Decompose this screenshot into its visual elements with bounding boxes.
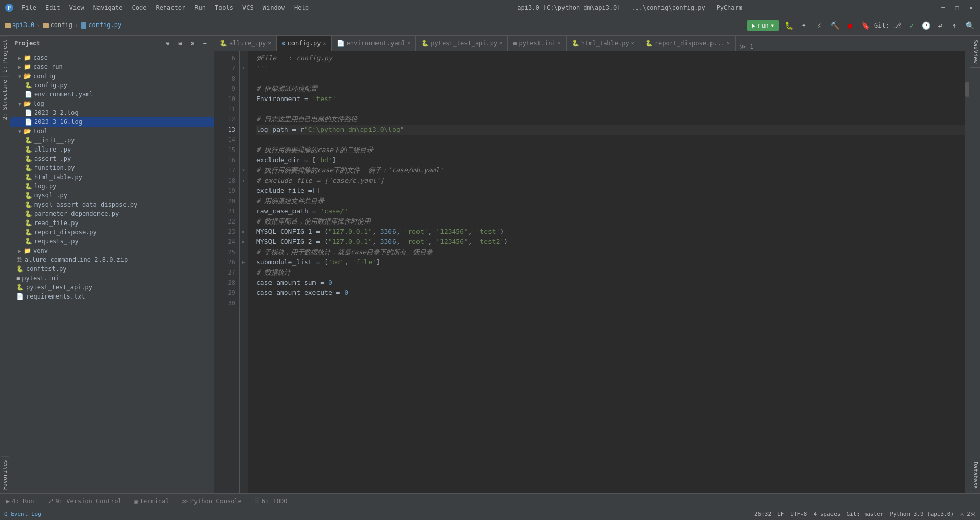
menu-run[interactable]: Run bbox=[190, 3, 210, 12]
maximize-button[interactable]: □ bbox=[952, 4, 962, 11]
gutter-18[interactable]: ▾ bbox=[240, 176, 248, 186]
breadcrumb-file[interactable]: config.py bbox=[80, 21, 121, 29]
tree-item-log-march2[interactable]: 📄 2023-3-2.log bbox=[10, 108, 214, 117]
tree-item-html-table-py[interactable]: 🐍 html_table.py bbox=[10, 172, 214, 182]
tab-allure-py[interactable]: 🐍 allure_.py ✕ bbox=[214, 36, 277, 51]
run-tab[interactable]: ▶ 4: Run bbox=[0, 496, 40, 507]
close-button[interactable]: ✕ bbox=[966, 4, 976, 11]
tree-arrow-config[interactable]: ▼ bbox=[16, 73, 23, 79]
code-content[interactable]: @File : config.py ''' # 框架测试环境配置 Environ… bbox=[248, 51, 965, 493]
menu-refactor[interactable]: Refactor bbox=[152, 3, 189, 12]
git-push-icon[interactable]: ↑ bbox=[948, 19, 961, 32]
gutter-24[interactable]: ▶ bbox=[240, 237, 248, 247]
run-dropdown-icon[interactable]: ▾ bbox=[771, 22, 774, 29]
tree-item-allure-py[interactable]: 🐍 allure_.py bbox=[10, 145, 214, 154]
tree-item-config-py[interactable]: 🐍 config.py bbox=[10, 81, 214, 90]
tree-arrow-case[interactable]: ▶ bbox=[16, 55, 23, 61]
tree-item-pytest-test-api-py[interactable]: 🐍 pytest_test_api.py bbox=[10, 283, 214, 292]
profile-button[interactable]: ⚡ bbox=[813, 19, 825, 32]
git-check-icon[interactable]: ✓ bbox=[905, 19, 918, 32]
tree-item-requirements-txt[interactable]: 📄 requirements.txt bbox=[10, 292, 214, 301]
menu-tools[interactable]: Tools bbox=[211, 3, 237, 12]
debug-button[interactable]: 🐛 bbox=[782, 19, 795, 32]
tab-close-config-py[interactable]: ✕ bbox=[323, 41, 326, 46]
statusbar-line-ending[interactable]: LF bbox=[777, 511, 784, 517]
tab-close-pytest-test-api-py[interactable]: ✕ bbox=[499, 40, 502, 46]
tab-report-dispose-py[interactable]: 🐍 report_dispose.p... ✕ bbox=[640, 36, 736, 51]
statusbar-python[interactable]: Python 3.9 (api3.0) bbox=[890, 511, 954, 517]
tab-overflow-button[interactable]: ≫ 1 bbox=[736, 43, 757, 51]
git-history-icon[interactable]: 🕐 bbox=[920, 19, 932, 32]
tree-item-init-py[interactable]: 🐍 __init__.py bbox=[10, 136, 214, 145]
breadcrumb-project[interactable]: api3.0 bbox=[4, 21, 34, 29]
tab-close-report-dispose-py[interactable]: ✕ bbox=[727, 40, 730, 46]
statusbar-encoding[interactable]: UTF-8 bbox=[790, 511, 807, 517]
terminal-tab[interactable]: ▣ Terminal bbox=[128, 496, 176, 507]
tree-item-requests-py[interactable]: 🐍 requests_.py bbox=[10, 237, 214, 246]
git-revert-icon[interactable]: ↩ bbox=[934, 19, 946, 32]
menu-navigate[interactable]: Navigate bbox=[89, 3, 127, 12]
run-button[interactable]: ▶ run ▾ bbox=[747, 20, 779, 31]
tree-item-param-dep-py[interactable]: 🐍 parameter_dependence.py bbox=[10, 209, 214, 218]
tab-html-table-py[interactable]: 🐍 html_table.py ✕ bbox=[567, 36, 640, 51]
statusbar-line-col[interactable]: 26:32 bbox=[754, 511, 771, 517]
tree-item-read-file-py[interactable]: 🐍 read_file.py bbox=[10, 218, 214, 228]
tree-item-report-dispose-py[interactable]: 🐍 report_dispose.py bbox=[10, 228, 214, 237]
tree-item-venv[interactable]: ▶ 📁 venv bbox=[10, 246, 214, 255]
event-log-link[interactable]: Q Event Log bbox=[4, 511, 41, 517]
tree-add-icon[interactable]: ⊕ bbox=[163, 38, 173, 48]
file-tree-content[interactable]: ▶ 📁 case ▶ 📁 case_run ▼ 📂 config 🐍 bbox=[10, 51, 214, 493]
tab-pytest-ini[interactable]: ≡ pytest.ini ✕ bbox=[508, 36, 567, 51]
menu-file[interactable]: File bbox=[17, 3, 40, 12]
tree-arrow-case-run[interactable]: ▶ bbox=[16, 64, 23, 70]
gutter-26[interactable]: ▶ bbox=[240, 257, 248, 267]
menu-vcs[interactable]: VCS bbox=[238, 3, 258, 12]
tab-close-pytest-ini[interactable]: ✕ bbox=[558, 40, 561, 46]
saxview-tab[interactable]: SaxView bbox=[970, 36, 980, 68]
version-control-tab[interactable]: ⎇ 9: Version Control bbox=[40, 496, 128, 507]
tab-pytest-test-api-py[interactable]: 🐍 pytest_test_api.py ✕ bbox=[416, 36, 508, 51]
tree-item-mysql-assert-py[interactable]: 🐍 mysql_assert_data_dispose.py bbox=[10, 200, 214, 209]
tree-arrow-log[interactable]: ▼ bbox=[16, 101, 23, 107]
tree-item-conftest-py[interactable]: 🐍 conftest.py bbox=[10, 264, 214, 274]
structure-tab[interactable]: 2: Structure bbox=[1, 76, 9, 123]
tree-item-case[interactable]: ▶ 📁 case bbox=[10, 53, 214, 62]
tree-item-function-py[interactable]: 🐍 function.py bbox=[10, 163, 214, 172]
menu-edit[interactable]: Edit bbox=[41, 3, 64, 12]
search-everywhere-icon[interactable]: 🔍 bbox=[964, 19, 976, 32]
minimize-button[interactable]: ─ bbox=[938, 4, 948, 11]
gutter-23[interactable]: ▶ bbox=[240, 227, 248, 237]
stop-button[interactable]: ■ bbox=[844, 19, 856, 32]
tab-close-html-table-py[interactable]: ✕ bbox=[631, 40, 634, 46]
tree-item-tool[interactable]: ▼ 📂 tool bbox=[10, 127, 214, 136]
tree-item-log-py[interactable]: 🐍 log.py bbox=[10, 182, 214, 191]
tree-item-log[interactable]: ▼ 📂 log bbox=[10, 99, 214, 108]
tree-layout-icon[interactable]: ⊞ bbox=[175, 38, 185, 48]
git-branch-icon[interactable]: ⎇ bbox=[891, 19, 903, 32]
tree-item-mysql-py[interactable]: 🐍 mysql_.py bbox=[10, 191, 214, 200]
statusbar-notifications[interactable]: △ 2火 bbox=[960, 510, 976, 518]
bookmark-button[interactable]: 🔖 bbox=[859, 19, 871, 32]
tree-item-case-run[interactable]: ▶ 📁 case_run bbox=[10, 62, 214, 71]
tree-item-pytest-ini[interactable]: ≡ pytest.ini bbox=[10, 274, 214, 283]
tab-environment-yaml[interactable]: 📄 environment.yaml ✕ bbox=[332, 36, 416, 51]
todo-tab[interactable]: ☰ 6: TODO bbox=[248, 496, 294, 507]
tree-arrow-venv[interactable]: ▶ bbox=[16, 248, 23, 254]
tree-minimize-icon[interactable]: − bbox=[200, 38, 210, 48]
gutter-7[interactable]: ▾ bbox=[240, 63, 248, 73]
tree-item-assert-py[interactable]: 🐍 assert_.py bbox=[10, 154, 214, 163]
favorites-tab[interactable]: Favorites bbox=[1, 456, 9, 493]
statusbar-indent[interactable]: 4 spaces bbox=[813, 511, 840, 517]
menu-code[interactable]: Code bbox=[128, 3, 151, 12]
tree-arrow-tool[interactable]: ▼ bbox=[16, 129, 23, 134]
menu-view[interactable]: View bbox=[65, 3, 88, 12]
tree-gear-icon[interactable]: ⚙ bbox=[187, 38, 198, 48]
editor-scrollbar[interactable] bbox=[965, 51, 970, 493]
breadcrumb-config[interactable]: config bbox=[42, 21, 72, 29]
menu-window[interactable]: Window bbox=[259, 3, 289, 12]
menu-help[interactable]: Help bbox=[290, 3, 313, 12]
statusbar-git[interactable]: Git: master bbox=[846, 511, 884, 517]
build-button[interactable]: 🔨 bbox=[828, 19, 841, 32]
tree-item-log-march16[interactable]: 📄 2023-3-16.log bbox=[10, 117, 214, 127]
tab-close-environment-yaml[interactable]: ✕ bbox=[407, 40, 410, 46]
